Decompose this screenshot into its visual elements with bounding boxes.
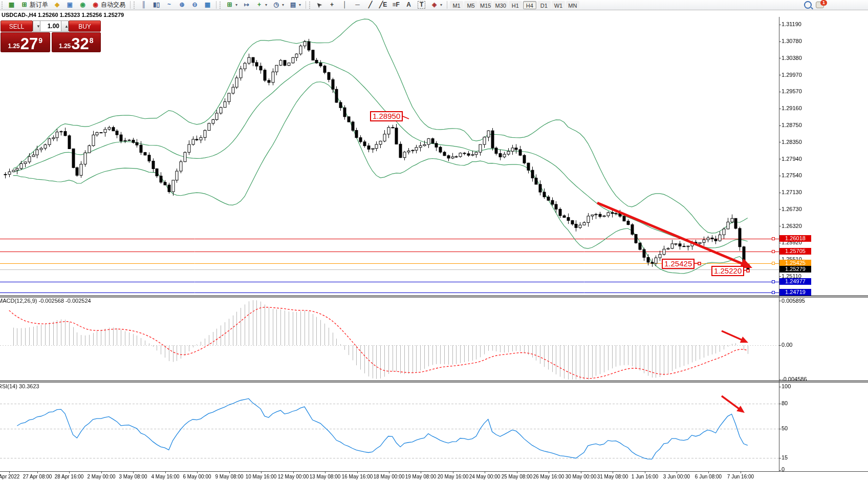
arrows-button[interactable]: ◈▾ <box>428 1 445 9</box>
timeframe-w1-button[interactable]: W1 <box>552 1 565 9</box>
volume-increase-button[interactable]: ▲ <box>61 20 69 32</box>
zoom-out-button[interactable]: ⊖ <box>188 1 201 9</box>
signal-button[interactable]: ◉ <box>76 1 89 9</box>
toolbar-drag-handle <box>2 2 4 9</box>
equidistant-channel-button[interactable]: ╱E <box>377 1 389 9</box>
chart-mini-button[interactable]: ▦ <box>5 1 18 9</box>
time-axis-tick: 27 Apr 08:00 <box>23 474 52 479</box>
fibonacci-button[interactable]: ≡F <box>389 1 402 9</box>
support-button[interactable]: ▣ <box>63 1 76 9</box>
notifications-icon[interactable]: 1 <box>816 2 824 8</box>
new-order-label: 新订单 <box>30 1 48 9</box>
volume-decrease-button[interactable]: ▼ <box>33 20 40 32</box>
timeframe-mn-button[interactable]: MN <box>566 1 579 9</box>
price-annotation-box[interactable]: 1.25425 <box>662 259 695 269</box>
cursor-icon: ➤ <box>314 0 324 10</box>
templates-icon: ▤ <box>289 1 297 9</box>
rsi-indicator-label: RSI(14) 30.3623 <box>0 383 39 389</box>
chart-mini-icon: ▦ <box>8 1 15 9</box>
vertical-line-icon: │ <box>341 1 349 9</box>
timeframe-d1-button[interactable]: D1 <box>537 1 551 9</box>
rsi-axis-tick: 15 <box>782 454 788 461</box>
signal-icon: ◉ <box>79 1 86 9</box>
trendline-icon: ╱ <box>366 1 374 9</box>
equidistant-channel-icon: ╱E <box>379 1 387 9</box>
templates-button[interactable]: ▤▾ <box>287 1 303 9</box>
zoom-out-icon: ⊖ <box>191 1 199 9</box>
buy-price-small: 1.25 <box>59 43 71 50</box>
horizontal-line-icon: ─ <box>354 1 361 9</box>
level-price-label: 1.24719 <box>779 289 811 296</box>
time-axis-tick: 9 May 08:00 <box>215 474 243 479</box>
candlestick-chart-button[interactable]: ▮▯ <box>150 1 163 9</box>
time-axis-tick: 19 May 08:00 <box>405 474 437 479</box>
price-axis-tick: 1.29970 <box>782 72 802 78</box>
support-icon: ▣ <box>66 1 74 9</box>
new-chart-button[interactable]: ⊞▾ <box>223 1 240 9</box>
macd-axis-tick: -0.004586 <box>782 376 807 382</box>
dropdown-caret-icon: ▾ <box>265 3 267 7</box>
new-chart-icon: ⊞ <box>226 1 233 9</box>
text-icon: A <box>405 1 413 9</box>
timeframe-h4-button[interactable]: H4 <box>523 1 536 9</box>
toolbar-drag-handle <box>134 2 136 9</box>
indicators-icon: + <box>255 1 263 9</box>
text-button[interactable]: A <box>402 1 415 9</box>
dropdown-caret-icon: ▾ <box>299 3 301 7</box>
macd-axis-tick: 0.005895 <box>782 298 805 304</box>
timeframe-m5-button[interactable]: M5 <box>464 1 478 9</box>
buy-button[interactable]: BUY <box>69 20 101 32</box>
tile-windows-button[interactable]: ▦ <box>201 1 214 9</box>
line-chart-icon: ~ <box>165 1 173 9</box>
volume-input[interactable] <box>40 20 61 32</box>
line-chart-button[interactable]: ~ <box>163 1 176 9</box>
timeframe-m1-button[interactable]: M1 <box>450 1 463 9</box>
price-axis-tick: 1.31190 <box>782 21 801 27</box>
periods-button[interactable]: ◷▾ <box>270 1 287 9</box>
toolbar-right-icons: 1 <box>804 1 868 9</box>
timeframe-h1-button[interactable]: H1 <box>509 1 522 9</box>
deposit-button[interactable]: ◆ <box>51 1 63 9</box>
current-price-label: 1.25279 <box>779 266 811 273</box>
fibonacci-icon: ≡F <box>392 1 400 9</box>
new-order-button[interactable]: ⊞新订单 <box>18 1 51 9</box>
toolbar-group: ➤+│─╱╱E≡FAT◈▾ <box>308 0 445 10</box>
sell-button[interactable]: SELL <box>1 20 33 32</box>
price-annotation-box[interactable]: 1.25220 <box>711 266 744 276</box>
text-label-button[interactable]: T <box>415 1 428 9</box>
notification-badge: 1 <box>820 0 827 6</box>
sell-price-small: 1.25 <box>8 43 19 50</box>
chart-title: USDCAD-,H4 1.25260 1.25323 1.25256 1.252… <box>2 12 124 18</box>
timeframe-m15-button[interactable]: M15 <box>479 1 492 9</box>
sell-price-display[interactable]: 1.25 27 9 <box>1 32 50 52</box>
autotrading-button[interactable]: ◉自动交易 <box>89 1 128 9</box>
chart-shift-button[interactable]: ↦ <box>240 1 253 9</box>
toolbar-drag-handle <box>309 2 312 9</box>
trendline-button[interactable]: ╱ <box>364 1 377 9</box>
time-axis-tick: 28 Apr 16:00 <box>55 474 84 479</box>
indicators-button[interactable]: +▾ <box>253 1 270 9</box>
cursor-button[interactable]: ➤ <box>313 1 326 9</box>
chart-shift-icon: ↦ <box>243 1 250 9</box>
time-axis-tick: 31 May 08:00 <box>597 474 628 479</box>
rsi-axis-tick: 80 <box>782 400 788 406</box>
crosshair-button[interactable]: + <box>326 1 338 9</box>
chart-canvas[interactable] <box>0 0 868 481</box>
bar-chart-button[interactable]: ║ <box>137 1 150 9</box>
zoom-in-icon: ⊕ <box>178 1 186 9</box>
price-annotation-box[interactable]: 1.28950 <box>370 111 403 121</box>
search-icon[interactable] <box>804 1 812 9</box>
time-axis-tick: 3 Jun 00:00 <box>663 474 690 479</box>
horizontal-line-button[interactable]: ─ <box>351 1 364 9</box>
level-price-label: 1.24977 <box>779 278 811 285</box>
buy-price-display[interactable]: 1.25 32 8 <box>52 32 101 52</box>
vertical-line-button[interactable]: │ <box>338 1 351 9</box>
time-axis-tick: 6 May 00:00 <box>183 474 211 479</box>
timeframe-m30-button[interactable]: M30 <box>493 1 507 9</box>
terminal-window: ▦⊞新订单◆▣◉◉自动交易║▮▯~⊕⊖▦⊞▾↦+▾◷▾▤▾➤+│─╱╱E≡FAT… <box>0 0 868 481</box>
zoom-in-button[interactable]: ⊕ <box>176 1 188 9</box>
price-axis-tick: 1.30780 <box>782 38 802 44</box>
macd-indicator-label: MACD(12,26,9) -0.002568 -0.002524 <box>0 298 91 304</box>
level-price-label: 1.25705 <box>779 248 811 255</box>
buy-price-big: 32 <box>71 36 89 52</box>
